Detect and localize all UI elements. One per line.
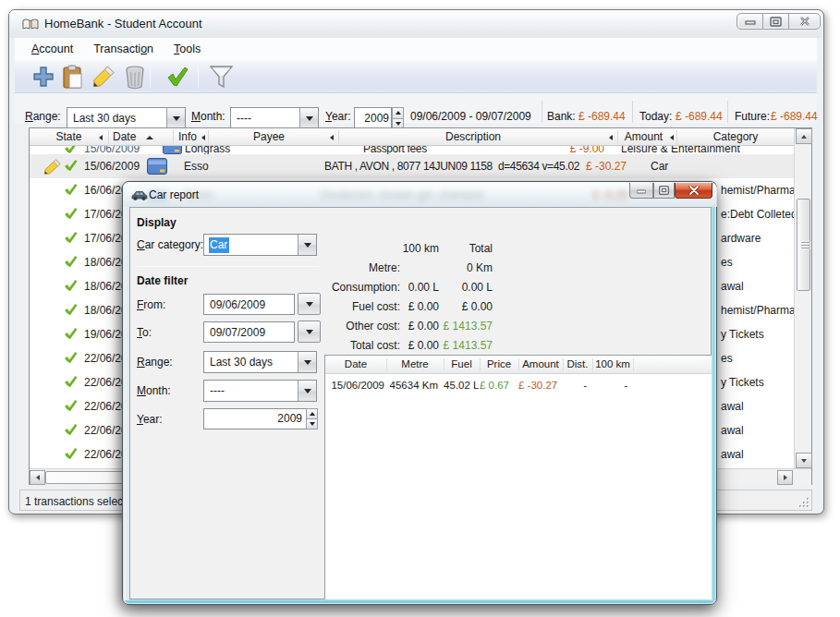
year-label: Year: bbox=[325, 105, 351, 127]
today-label: Today: bbox=[639, 105, 672, 127]
column-date[interactable]: Date bbox=[109, 128, 151, 146]
car-report-header: Date Metre Fuel Price Amount Dist. 100 k… bbox=[325, 356, 712, 374]
stat-value: £ 0.00 bbox=[462, 300, 493, 313]
dlg-month-label: Month: bbox=[137, 384, 171, 397]
maximize-button[interactable] bbox=[763, 14, 789, 29]
delete-button[interactable] bbox=[123, 65, 147, 90]
minimize-button[interactable] bbox=[737, 14, 763, 29]
to-date-input[interactable]: 09/07/2009 bbox=[203, 321, 295, 343]
stat-label: Metre: bbox=[369, 261, 400, 274]
stat-label: Fuel cost: bbox=[352, 300, 400, 313]
from-label: From: bbox=[137, 298, 165, 311]
col-price[interactable]: Price bbox=[480, 356, 518, 374]
dlg-month-select[interactable]: ---- bbox=[203, 380, 317, 402]
vertical-scroll-thumb[interactable] bbox=[797, 199, 810, 291]
close-button[interactable] bbox=[789, 14, 820, 29]
dialog-close-button[interactable] bbox=[675, 183, 712, 199]
column-state[interactable]: State bbox=[30, 128, 108, 146]
homebank-app-icon bbox=[22, 18, 39, 31]
reconciled-icon bbox=[64, 146, 78, 154]
to-label: To: bbox=[137, 326, 152, 339]
stat-value: £ 1413.57 bbox=[444, 320, 493, 333]
section-separator bbox=[137, 266, 320, 267]
menu-tools[interactable]: Tools bbox=[164, 40, 211, 58]
col-metre[interactable]: Metre bbox=[386, 356, 444, 374]
range-select[interactable]: Last 30 days bbox=[67, 107, 186, 129]
add-button[interactable] bbox=[32, 66, 55, 88]
filter-bar: Range: Last 30 days Month: ---- Year: 20… bbox=[15, 93, 817, 124]
paste-button[interactable] bbox=[60, 65, 85, 90]
main-titlebar[interactable]: HomeBank - Student Account bbox=[9, 10, 822, 38]
reconciled-icon bbox=[64, 231, 78, 244]
scroll-up-button[interactable] bbox=[796, 128, 812, 144]
dlg-year-spinner[interactable]: 2009 bbox=[203, 408, 318, 429]
validate-button[interactable] bbox=[166, 66, 189, 88]
year-spin-up[interactable] bbox=[392, 107, 404, 119]
stat-value: 0.00 L bbox=[462, 281, 493, 294]
col-100km[interactable]: 100 km bbox=[592, 356, 633, 374]
dlg-year-spin-up[interactable] bbox=[306, 408, 318, 419]
menu-account[interactable]: Account bbox=[21, 40, 83, 58]
range-select-arrow[interactable] bbox=[166, 108, 185, 128]
col-dist[interactable]: Dist. bbox=[563, 356, 592, 374]
resize-grip[interactable] bbox=[798, 497, 810, 508]
scroll-right-button[interactable] bbox=[777, 470, 793, 485]
filter-button[interactable] bbox=[209, 65, 234, 90]
from-date-dropdown[interactable] bbox=[298, 293, 321, 315]
col-amount[interactable]: Amount bbox=[518, 356, 563, 374]
dlg-month-arrow[interactable] bbox=[298, 381, 316, 401]
date-filter-heading: Date filter bbox=[137, 274, 188, 287]
year-spinner[interactable]: 2009 bbox=[354, 107, 404, 129]
month-select[interactable]: ---- bbox=[230, 107, 319, 129]
dlg-range-select[interactable]: Last 30 days bbox=[203, 351, 317, 373]
edit-button[interactable] bbox=[91, 65, 116, 90]
column-info[interactable]: Info bbox=[174, 128, 201, 146]
ghost-description: Deodorant, shower gel, shampoo bbox=[321, 188, 484, 201]
stat-value: 0 Km bbox=[467, 261, 493, 274]
car-category-arrow[interactable] bbox=[298, 235, 316, 255]
reconciled-icon bbox=[64, 447, 78, 460]
stats-col2-header: Total bbox=[469, 242, 493, 255]
column-description[interactable]: Description bbox=[339, 128, 607, 146]
month-select-arrow[interactable] bbox=[299, 108, 318, 128]
column-category[interactable]: Category bbox=[677, 128, 794, 146]
vertical-scrollbar[interactable] bbox=[794, 128, 811, 468]
dialog-minimize-button[interactable] bbox=[629, 183, 653, 199]
dialog-titlebar[interactable]: Boots Deodorant, shower gel, shampoo £ -… bbox=[124, 183, 717, 207]
dlg-range-arrow[interactable] bbox=[298, 352, 316, 372]
from-date-input[interactable]: 09/06/2009 bbox=[203, 294, 295, 315]
stats-col1-header: 100 km bbox=[403, 242, 439, 255]
reconciled-icon bbox=[64, 159, 78, 172]
dialog-maximize-button[interactable] bbox=[653, 183, 675, 199]
info-icon bbox=[163, 146, 182, 154]
reconciled-icon bbox=[64, 279, 78, 292]
column-amount[interactable]: Amount bbox=[618, 128, 669, 146]
future-value: £ -689.44 bbox=[771, 105, 818, 127]
stat-value: £ 0.00 bbox=[408, 300, 439, 313]
table-row-selected[interactable]: 15/06/2009 Esso BATH , AVON , 8077 14JUN… bbox=[30, 154, 794, 178]
desktop: HomeBank - Student Account Account Trans… bbox=[0, 0, 840, 617]
column-payee[interactable]: Payee bbox=[209, 128, 329, 146]
stat-value: £ 0.00 bbox=[408, 339, 439, 352]
scroll-down-button[interactable] bbox=[796, 453, 812, 468]
reconciled-icon bbox=[64, 423, 78, 436]
window-title: HomeBank - Student Account bbox=[44, 17, 202, 30]
stat-value: 0.00 L bbox=[408, 281, 439, 294]
reconciled-icon bbox=[64, 183, 78, 196]
edit-state-icon bbox=[43, 159, 61, 175]
to-date-dropdown[interactable] bbox=[298, 321, 321, 343]
car-category-select[interactable]: Car bbox=[203, 234, 317, 256]
col-date[interactable]: Date bbox=[325, 356, 386, 374]
menu-transaction[interactable]: Transaction bbox=[83, 40, 164, 58]
scroll-left-button[interactable] bbox=[30, 470, 45, 485]
dlg-year-spin-down[interactable] bbox=[306, 419, 318, 429]
car-category-label: Car category: bbox=[137, 238, 203, 251]
col-fuel[interactable]: Fuel bbox=[444, 356, 480, 374]
car-report-table: Date Metre Fuel Price Amount Dist. 100 k… bbox=[324, 355, 712, 599]
table-row-ghost[interactable]: 15/06/2009 Longrass Passport fees £ -9.0… bbox=[30, 146, 794, 154]
reconciled-icon bbox=[64, 207, 78, 220]
info-icon bbox=[147, 158, 167, 175]
reconciled-icon bbox=[64, 375, 78, 388]
car-report-icon bbox=[131, 190, 148, 201]
stat-value: £ 0.00 bbox=[408, 320, 439, 333]
